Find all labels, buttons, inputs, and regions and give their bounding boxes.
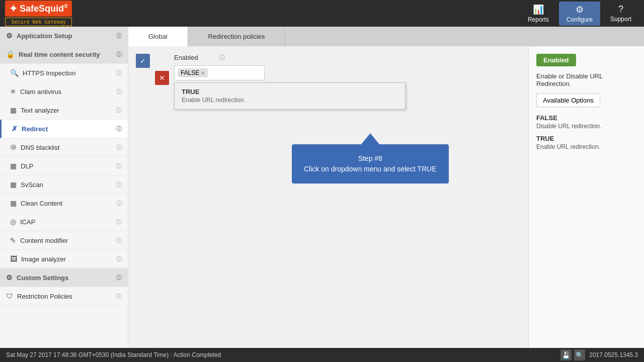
sidebar-item-label: Custom Settings <box>17 274 68 282</box>
sidebar-item-label: DLP <box>21 162 33 170</box>
sidebar-item-svscan[interactable]: ▦ SvScan ⓘ <box>0 175 128 194</box>
callout-tooltip: Step #8 Click on dropdown menu and selec… <box>292 144 449 184</box>
configure-nav-button[interactable]: ⚙ Configure <box>559 2 600 26</box>
support-icon: ? <box>618 4 623 15</box>
help-icon-content-modifier[interactable]: ⓘ <box>116 237 122 244</box>
sidebar-item-dns-blacklist[interactable]: ⑩ DNS blacklist ⓘ <box>0 138 128 157</box>
support-nav-button[interactable]: ? Support <box>603 2 639 25</box>
help-icon-image[interactable]: ⓘ <box>116 255 122 263</box>
sidebar-item-label: Text analyzer <box>21 107 59 114</box>
svscan-icon: ▦ <box>10 180 17 189</box>
dropdown-true-title: TRUE <box>182 88 398 96</box>
image-analyzer-icon: 🖼 <box>10 255 17 263</box>
sidebar-item-dlp[interactable]: ▦ DLP ⓘ <box>0 157 128 175</box>
help-icon-dns[interactable]: ⓘ <box>116 144 122 151</box>
sidebar-item-redirect[interactable]: ✗ Redirect ⓘ <box>0 120 128 138</box>
sidebar-item-text-analyzer[interactable]: ▦ Text analyzer ⓘ <box>0 101 128 120</box>
callout-line2: Click on dropdown menu and select TRUE <box>304 164 437 174</box>
help-icon-svscan[interactable]: ⓘ <box>116 181 122 189</box>
save-icon: 💾 <box>562 351 570 359</box>
restriction-icon: 🛡 <box>6 292 13 300</box>
close-icon: ✕ <box>159 74 165 82</box>
checkmark-icon: ✓ <box>140 57 146 65</box>
option-true-desc: Enable URL redirection. <box>536 143 636 150</box>
sidebar-item-restriction-policies[interactable]: 🛡 Restriction Policies ⓘ <box>0 287 128 306</box>
dropdown-list: TRUE Enable URL redirection. <box>174 82 406 110</box>
help-icon-dlp[interactable]: ⓘ <box>116 162 122 170</box>
main-layout: ⚙ Application Setup ⓘ 🔒 Real time conten… <box>0 27 644 348</box>
content-modifier-icon: ✎ <box>10 236 16 244</box>
save-icon-button[interactable]: 💾 <box>560 349 572 360</box>
search-icon-button[interactable]: 🔍 <box>574 349 585 360</box>
clam-icon: ✳ <box>10 87 16 96</box>
sidebar-item-real-time-content-security[interactable]: 🔒 Real time content security ⓘ <box>0 45 128 64</box>
tab-redirection-policies[interactable]: Redirection policies <box>188 27 286 46</box>
logo: ✦ SafeSquid® <box>5 1 72 17</box>
help-icon-redirect[interactable]: ⓘ <box>116 125 122 133</box>
sidebar-item-https-inspection[interactable]: 🔍 HTTPS Inspection ⓘ <box>0 64 128 82</box>
enabled-dropdown-wrap: FALSE × TRUE Enable URL redirection. <box>174 65 265 80</box>
search-icon: 🔍 <box>576 351 584 359</box>
enabled-dropdown[interactable]: FALSE × <box>174 65 265 80</box>
logo-text: SafeSquid® <box>20 3 68 14</box>
help-icon-restriction[interactable]: ⓘ <box>116 293 122 300</box>
main-content: ✓ ✕ Enabled ⓘ F <box>128 46 644 348</box>
top-navigation: ✦ SafeSquid® Secure Web Gateway 📊 Report… <box>0 0 644 27</box>
application-setup-icon: ⚙ <box>6 32 13 40</box>
option-false: FALSE Disable URL redirection. <box>536 114 636 130</box>
logo-area: ✦ SafeSquid® Secure Web Gateway <box>5 1 72 26</box>
custom-settings-icon: ⚙ <box>6 274 13 282</box>
help-icon-https[interactable]: ⓘ <box>116 69 122 77</box>
configure-icon: ⚙ <box>576 4 584 15</box>
pill-value: FALSE <box>181 69 199 76</box>
sidebar-item-label: Image analyzer <box>21 255 66 263</box>
dropdown-true-desc: Enable URL redirection. <box>182 97 398 104</box>
reports-label: Reports <box>528 16 549 23</box>
pill-remove-button[interactable]: × <box>201 70 204 76</box>
sidebar-item-clean-content[interactable]: ▦ Clean Content ⓘ <box>0 194 128 213</box>
callout-line1: Step #8 <box>304 153 437 164</box>
help-icon-clam[interactable]: ⓘ <box>116 88 122 96</box>
field-row: Enabled ⓘ <box>174 54 265 61</box>
sidebar-item-clam-antivirus[interactable]: ✳ Clam antivirus ⓘ <box>0 82 128 101</box>
tab-global-label: Global <box>148 33 168 40</box>
help-icon-icap[interactable]: ⓘ <box>116 218 122 226</box>
sidebar-item-image-analyzer[interactable]: 🖼 Image analyzer ⓘ <box>0 250 128 268</box>
icap-icon: ◎ <box>10 218 16 226</box>
help-icon[interactable]: ⓘ <box>116 32 122 40</box>
sidebar-item-application-setup[interactable]: ⚙ Application Setup ⓘ <box>0 27 128 45</box>
confirm-button[interactable]: ✓ <box>136 54 150 68</box>
sidebar-item-label: Real time content security <box>19 51 100 58</box>
help-icon-text[interactable]: ⓘ <box>116 107 122 114</box>
logo-subtitle: Secure Web Gateway <box>5 18 72 26</box>
sidebar-item-custom-settings[interactable]: ⚙ Custom Settings ⓘ <box>0 268 128 287</box>
dropdown-item-true[interactable]: TRUE Enable URL redirection. <box>175 83 405 109</box>
topnav-right: 📊 Reports ⚙ Configure ? Support <box>520 2 639 26</box>
version-text: 2017.0525.1345.3 <box>589 351 638 358</box>
tab-global[interactable]: Global <box>128 27 188 46</box>
available-options-button[interactable]: Available Options <box>536 94 600 107</box>
content-area: Global Redirection policies ✓ ✕ <box>128 27 644 348</box>
enabled-help-icon[interactable]: ⓘ <box>219 54 225 61</box>
dns-icon: ⑩ <box>10 143 17 151</box>
help-icon-custom[interactable]: ⓘ <box>116 274 122 282</box>
cancel-row-button[interactable]: ✕ <box>155 71 169 85</box>
option-false-title: FALSE <box>536 114 636 122</box>
sidebar-item-icap[interactable]: ◎ ICAP ⓘ <box>0 213 128 231</box>
reports-nav-button[interactable]: 📊 Reports <box>520 2 556 26</box>
right-panel: Enabled Enable or Disable URL Redirectio… <box>528 46 644 348</box>
status-text: Sat May 27 2017 17:48:36 GMT+0530 (India… <box>6 351 221 358</box>
sidebar-item-label: Redirect <box>22 125 48 133</box>
clean-content-icon: ▦ <box>10 199 17 207</box>
https-icon: 🔍 <box>10 69 19 77</box>
sidebar-item-label: HTTPS Inspection <box>23 69 76 77</box>
sidebar-item-label: Application Setup <box>17 32 72 40</box>
help-icon-clean[interactable]: ⓘ <box>116 200 122 207</box>
text-analyzer-icon: ▦ <box>10 106 17 114</box>
sidebar-item-content-modifier[interactable]: ✎ Content modifier ⓘ <box>0 231 128 250</box>
statusbar-right: 💾 🔍 2017.0525.1345.3 <box>560 349 638 360</box>
configure-label: Configure <box>567 16 593 23</box>
center-panel: ✓ ✕ Enabled ⓘ F <box>128 46 528 348</box>
logo-wrap: ✦ SafeSquid® Secure Web Gateway <box>5 1 72 26</box>
help-icon-rtcs[interactable]: ⓘ <box>116 51 122 58</box>
